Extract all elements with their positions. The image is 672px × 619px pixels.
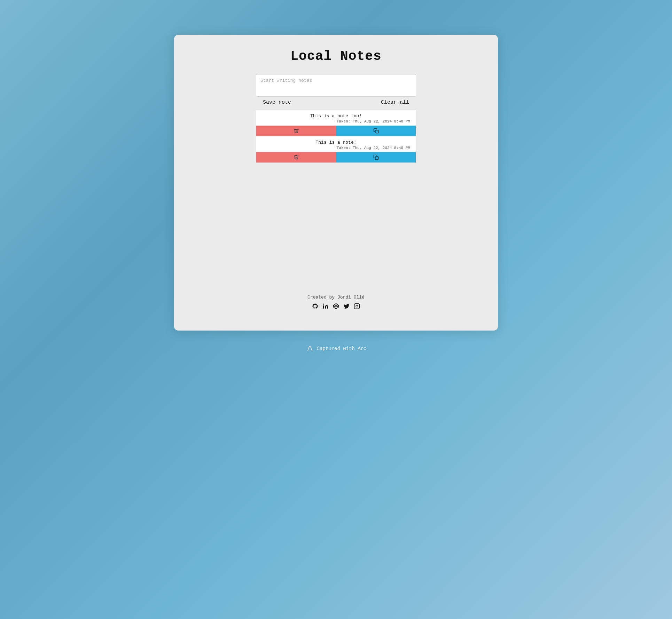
notes-list: This is a note too! Taken: Thu, Aug 22, … <box>256 110 416 163</box>
twitter-icon[interactable] <box>343 303 350 310</box>
note-timestamp: Taken: Thu, Aug 22, 2024 8:40 PM <box>256 146 416 152</box>
delete-button[interactable] <box>256 152 336 162</box>
trash-icon <box>294 128 299 134</box>
github-icon[interactable] <box>312 303 319 310</box>
save-button[interactable]: Save note <box>256 97 298 108</box>
codepen-icon[interactable] <box>333 303 339 310</box>
toolbar: Save note Clear all <box>256 97 416 108</box>
note-actions <box>256 126 416 136</box>
trash-icon <box>294 154 299 160</box>
note-card: This is a note too! Taken: Thu, Aug 22, … <box>256 110 416 136</box>
copy-button[interactable] <box>336 152 416 162</box>
browser-window: Local Notes Save note Clear all This is … <box>174 35 498 331</box>
svg-rect-6 <box>354 304 359 309</box>
footer: Created by Jordi Ollé <box>307 295 365 310</box>
svg-point-2 <box>323 304 324 305</box>
note-text: This is a note too! <box>256 110 416 119</box>
arc-footer: Captured with Arc <box>306 344 367 353</box>
svg-rect-1 <box>375 157 378 160</box>
copy-icon <box>373 154 379 160</box>
note-text: This is a note! <box>256 136 416 146</box>
footer-credit: Created by Jordi Ollé <box>307 295 365 300</box>
copy-button[interactable] <box>336 126 416 136</box>
arc-footer-label: Captured with Arc <box>317 346 367 351</box>
linkedin-icon[interactable] <box>322 303 329 310</box>
svg-rect-0 <box>375 130 378 133</box>
arc-logo-icon <box>306 344 314 353</box>
footer-icons <box>312 303 360 310</box>
app-title: Local Notes <box>290 49 382 64</box>
note-actions <box>256 152 416 162</box>
note-card: This is a note! Taken: Thu, Aug 22, 2024… <box>256 136 416 163</box>
copy-icon <box>373 128 379 134</box>
delete-button[interactable] <box>256 126 336 136</box>
note-timestamp: Taken: Thu, Aug 22, 2024 8:40 PM <box>256 119 416 126</box>
svg-point-8 <box>309 346 311 348</box>
clear-button[interactable]: Clear all <box>374 97 416 108</box>
instagram-icon[interactable] <box>353 303 360 310</box>
note-input[interactable] <box>256 74 416 97</box>
